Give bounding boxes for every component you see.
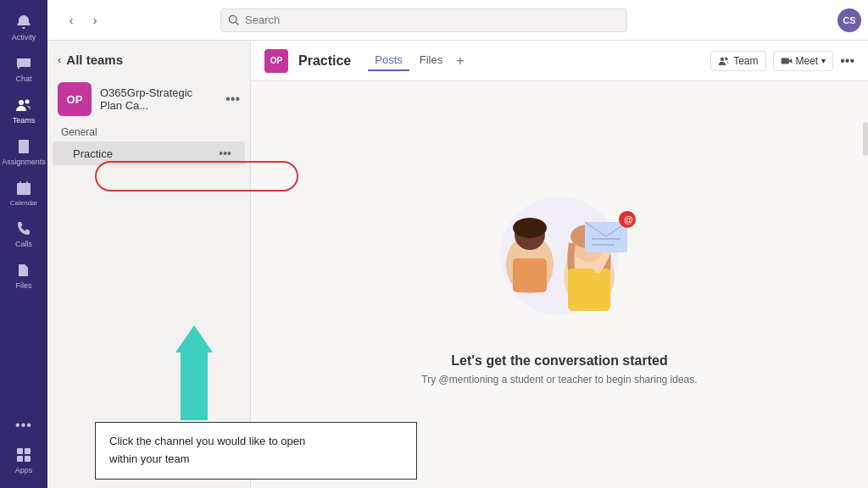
illustration: @ bbox=[466, 184, 653, 336]
svg-point-0 bbox=[19, 100, 24, 105]
team-name: O365Grp-Strategic Plan Ca... bbox=[100, 86, 217, 112]
user-avatar[interactable]: CS bbox=[837, 8, 861, 32]
scrollbar[interactable] bbox=[863, 122, 868, 156]
all-teams-title: All teams bbox=[66, 53, 123, 67]
svg-rect-18 bbox=[781, 58, 788, 64]
svg-point-16 bbox=[721, 57, 724, 60]
more-dots-label: ••• bbox=[15, 418, 32, 433]
nav-item-activity[interactable]: Activity bbox=[0, 7, 47, 48]
svg-text:@: @ bbox=[624, 214, 633, 225]
back-icon[interactable]: ‹ bbox=[58, 53, 61, 66]
svg-rect-27 bbox=[568, 269, 610, 311]
nav-item-calls[interactable]: Calls bbox=[0, 214, 47, 255]
nav-assignments-label: Assignments bbox=[2, 158, 46, 166]
team-button[interactable]: Team bbox=[710, 51, 765, 71]
video-icon bbox=[781, 55, 793, 67]
meet-button[interactable]: Meet ▾ bbox=[773, 51, 834, 71]
nav-teams-label: Teams bbox=[13, 116, 36, 125]
annotation-box: Click the channel you would like to open… bbox=[95, 422, 417, 480]
search-input[interactable] bbox=[245, 14, 620, 26]
search-box[interactable] bbox=[220, 8, 627, 32]
svg-point-22 bbox=[513, 218, 547, 238]
svg-rect-13 bbox=[25, 456, 31, 462]
nav-item-chat[interactable]: Chat bbox=[0, 48, 47, 90]
nav-back-arrow[interactable]: ‹ bbox=[61, 10, 81, 30]
add-tab-icon[interactable]: + bbox=[453, 53, 467, 69]
nav-files-label: Files bbox=[15, 281, 31, 290]
nav-chat-label: Chat bbox=[15, 75, 31, 83]
annotation-container: Click the channel you would like to open… bbox=[95, 325, 417, 480]
content-subtitle: Try @mentioning a student or teacher to … bbox=[421, 374, 697, 385]
nav-calendar-label: Calendar bbox=[10, 199, 37, 207]
channel-more-icon[interactable]: ••• bbox=[219, 147, 231, 160]
channel-team-avatar: OP bbox=[264, 49, 288, 73]
svg-rect-23 bbox=[513, 258, 547, 292]
nav-item-calendar[interactable]: Calendar bbox=[0, 173, 47, 214]
team-avatar: OP bbox=[58, 82, 92, 116]
team-item[interactable]: OP O365Grp-Strategic Plan Ca... ••• bbox=[47, 75, 250, 123]
channel-name-practice: Practice bbox=[73, 147, 219, 160]
channel-more-options-icon[interactable]: ••• bbox=[840, 53, 854, 69]
nav-activity-label: Activity bbox=[12, 33, 36, 42]
channel-header: OP Practice Posts Files + Team bbox=[251, 41, 868, 81]
content-title: Let's get the conversation started bbox=[451, 353, 667, 369]
nav-bar: Activity Chat Teams Assignments Calendar… bbox=[0, 0, 47, 488]
channel-tabs: Posts Files + bbox=[368, 50, 467, 71]
channel-section-label: General bbox=[47, 123, 250, 141]
teal-arrow bbox=[175, 325, 213, 420]
svg-point-14 bbox=[229, 15, 236, 23]
channel-header-name: Practice bbox=[298, 53, 351, 69]
channel-item-practice[interactable]: Practice ••• bbox=[53, 141, 245, 165]
svg-rect-10 bbox=[17, 448, 23, 454]
nav-forward-arrow[interactable]: › bbox=[85, 10, 105, 30]
nav-item-assignments[interactable]: Assignments bbox=[0, 131, 47, 173]
svg-line-15 bbox=[236, 22, 238, 25]
nav-calls-label: Calls bbox=[15, 240, 32, 248]
sidebar-header: ‹ All teams bbox=[47, 41, 250, 75]
svg-point-17 bbox=[725, 57, 728, 60]
svg-rect-12 bbox=[17, 456, 23, 462]
top-bar: ‹ › CS bbox=[47, 0, 868, 41]
nav-item-apps[interactable]: Apps bbox=[0, 440, 47, 481]
nav-item-files[interactable]: Files bbox=[0, 255, 47, 297]
arrow-head bbox=[175, 325, 213, 352]
search-icon bbox=[228, 14, 240, 26]
team-more-icon[interactable]: ••• bbox=[225, 92, 240, 107]
svg-point-1 bbox=[25, 100, 30, 104]
nav-arrows: ‹ › bbox=[54, 10, 112, 30]
team-icon bbox=[718, 55, 730, 67]
nav-item-more[interactable]: ••• bbox=[0, 411, 47, 440]
tab-files[interactable]: Files bbox=[413, 50, 449, 71]
nav-item-teams[interactable]: Teams bbox=[0, 90, 47, 131]
channel-header-actions: Team Meet ▾ ••• bbox=[710, 51, 854, 71]
svg-rect-11 bbox=[25, 448, 31, 454]
nav-apps-label: Apps bbox=[15, 466, 33, 474]
arrow-body bbox=[181, 352, 208, 420]
svg-rect-6 bbox=[17, 183, 31, 195]
tab-posts[interactable]: Posts bbox=[368, 50, 409, 71]
